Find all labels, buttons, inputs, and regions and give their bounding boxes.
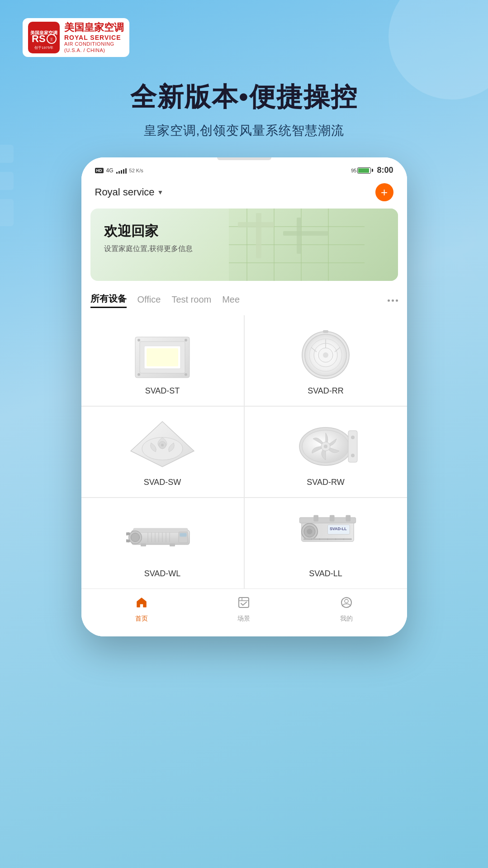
logo-chinese: 美国皇家空调 [64, 22, 124, 33]
status-right: 95 8:00 [351, 166, 393, 175]
svad-st-svg [126, 326, 199, 380]
phone-mockup: HD 4G 52 K/s 95 [81, 157, 407, 636]
status-time: 8:00 [377, 166, 393, 175]
svad-sw-svg [126, 415, 199, 474]
svg-point-46 [351, 454, 355, 457]
battery-tip [372, 169, 373, 172]
logo-royal: ROYAL SERVICE [64, 34, 124, 42]
svg-point-43 [324, 445, 327, 448]
dot-1 [388, 299, 390, 302]
header: 美国皇家空调 RS 王 创于1975年 美国皇家空调 ROYAL SERVICE… [0, 0, 488, 66]
tab-mee[interactable]: Mee [222, 294, 240, 307]
device-name-svad-ll: SVAD-LL [309, 569, 342, 579]
svg-point-80 [345, 599, 348, 603]
device-card-svad-st[interactable]: SVAD-ST [81, 315, 244, 406]
device-name-svad-rw: SVAD-RW [307, 478, 344, 487]
device-grid: SVAD-ST [81, 315, 407, 588]
phone-wrapper: HD 4G 52 K/s 95 [0, 157, 488, 664]
svad-wl-svg [126, 508, 199, 563]
signal-bars [116, 167, 127, 174]
svg-point-26 [185, 339, 187, 342]
svg-point-45 [351, 436, 355, 439]
device-image-svad-rw [289, 417, 362, 471]
device-card-svad-rr[interactable]: SVAD-RR [245, 315, 407, 406]
svg-text:SVAD-LL: SVAD-LL [330, 526, 347, 531]
signal-bar-5 [125, 168, 127, 174]
logo-usa-china: (U.S.A. / CHINA) [64, 47, 124, 53]
device-image-svad-wl [126, 508, 199, 563]
tab-office[interactable]: Office [137, 294, 161, 307]
device-image-svad-sw [126, 417, 199, 471]
logo-text: 美国皇家空调 ROYAL SERVICE AIR CONDITIONING (U… [64, 22, 124, 53]
svg-point-34 [323, 352, 328, 358]
svg-rect-60 [141, 543, 146, 546]
svg-point-25 [137, 339, 140, 342]
device-name-svad-sw: SVAD-SW [144, 478, 181, 487]
svg-point-27 [137, 373, 140, 376]
bottom-nav: 首页 场景 [81, 588, 407, 636]
svg-rect-24 [147, 348, 178, 366]
device-name-svad-rr: SVAD-RR [308, 386, 344, 396]
status-left: HD 4G 52 K/s [95, 167, 143, 174]
svg-point-28 [185, 373, 187, 376]
device-name-svad-wl: SVAD-WL [144, 569, 181, 579]
phone-inner: HD 4G 52 K/s 95 [81, 157, 407, 636]
map-welcome: 欢迎回家 设置家庭位置,获得更多信息 [104, 222, 384, 254]
device-image-svad-st [126, 326, 199, 380]
nav-location[interactable]: Royal service ▼ [95, 186, 164, 198]
svg-rect-35 [323, 330, 328, 333]
dot-2 [392, 299, 394, 302]
svg-text:创于1975年: 创于1975年 [34, 46, 53, 50]
signal-bar-4 [123, 169, 124, 174]
nav-label-scene: 场景 [237, 615, 250, 623]
device-card-svad-wl[interactable]: SVAD-WL [81, 498, 244, 588]
location-label: Royal service [95, 186, 155, 198]
map-title: 欢迎回家 [104, 222, 384, 241]
svg-point-39 [161, 444, 164, 446]
network-speed: 52 K/s [129, 168, 143, 173]
nav-item-home[interactable]: 首页 [135, 596, 148, 623]
map-card: 欢迎回家 设置家庭位置,获得更多信息 [90, 209, 398, 281]
nav-label-profile: 我的 [340, 615, 353, 623]
hero-section: 全新版本•便捷操控 皇家空调,创领变风量系统智慧潮流 [0, 66, 488, 157]
svg-point-50 [131, 533, 139, 541]
battery-percent: 95 [351, 168, 356, 173]
add-device-button[interactable]: + [375, 183, 393, 201]
home-icon [135, 596, 148, 612]
app-navbar: Royal service ▼ + [81, 179, 407, 209]
map-description: 设置家庭位置,获得更多信息 [104, 244, 384, 254]
device-card-svad-sw[interactable]: SVAD-SW [81, 407, 244, 497]
logo-air: AIR CONDITIONING [64, 41, 124, 47]
hero-title: 全新版本•便捷操控 [23, 80, 465, 115]
battery-fill [358, 168, 369, 173]
dropdown-arrow-icon: ▼ [157, 189, 164, 196]
device-name-svad-st: SVAD-ST [145, 386, 180, 396]
signal-bar-1 [116, 172, 118, 174]
svg-rect-68 [330, 515, 335, 521]
svad-rw-svg [289, 417, 362, 471]
nav-item-profile[interactable]: 我的 [340, 596, 353, 623]
svg-rect-67 [313, 515, 318, 521]
nav-item-scene[interactable]: 场景 [237, 596, 250, 623]
network-label: 4G [106, 167, 114, 174]
svg-rect-78 [239, 598, 249, 607]
nav-label-home: 首页 [135, 615, 148, 623]
device-card-svad-ll[interactable]: SVAD-LL SVAD-LL [245, 498, 407, 588]
tab-all-devices[interactable]: 所有设备 [90, 293, 127, 308]
svg-point-66 [307, 528, 312, 534]
tab-test-room[interactable]: Test room [171, 294, 211, 307]
more-tabs-button[interactable] [388, 299, 398, 302]
profile-icon [340, 596, 353, 612]
battery-body [357, 167, 371, 174]
svg-rect-59 [180, 533, 186, 536]
svg-rect-44 [348, 431, 357, 462]
svad-ll-svg: SVAD-LL [289, 506, 362, 565]
phone-notch [217, 157, 271, 160]
svg-text:王: 王 [50, 38, 53, 42]
signal-bar-2 [118, 171, 120, 174]
logo-box: 美国皇家空调 RS 王 创于1975年 美国皇家空调 ROYAL SERVICE… [23, 18, 129, 57]
device-card-svad-rw[interactable]: SVAD-RW [245, 407, 407, 497]
battery-icon: 95 [351, 167, 373, 174]
svg-text:RS: RS [32, 33, 46, 44]
device-image-svad-ll: SVAD-LL [289, 508, 362, 563]
